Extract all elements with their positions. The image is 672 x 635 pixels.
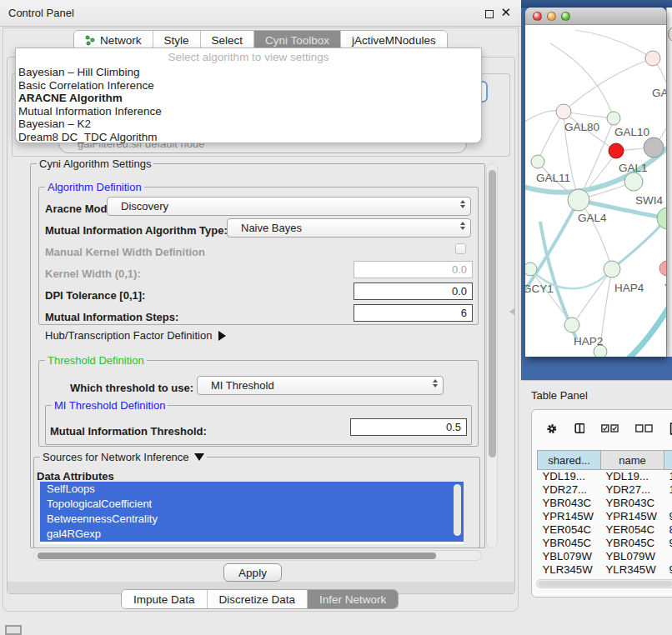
network-edge[interactable] <box>612 218 666 269</box>
gear-icon[interactable] <box>546 422 558 436</box>
manual-kernel-checkbox[interactable] <box>455 243 466 254</box>
tab-discretize-data[interactable]: Discretize Data <box>208 590 308 608</box>
spinner-arrows-icon[interactable] <box>460 200 465 208</box>
table-row[interactable]: YBR043CYBR043C <box>538 497 672 510</box>
attribute-list-item[interactable]: BetweennessCentrality <box>40 512 464 527</box>
table-row[interactable]: YPR145WYPR145W9. <box>538 510 672 523</box>
table-cell[interactable]: YBL079W <box>601 550 664 563</box>
spinner-arrows-icon[interactable] <box>460 222 465 230</box>
spinner-arrows-icon[interactable] <box>433 379 438 388</box>
table-cell[interactable]: 12 <box>664 483 672 497</box>
mac-minimize-button[interactable] <box>547 12 556 21</box>
table-cell[interactable]: YER054C <box>601 523 664 537</box>
collapsed-panel-icon[interactable] <box>5 625 22 635</box>
network-node[interactable] <box>568 189 589 211</box>
algorithm-option[interactable]: Dream8 DC_TDC Algorithm <box>16 131 481 144</box>
network-node[interactable] <box>644 138 664 158</box>
network-node[interactable] <box>624 172 643 191</box>
unchecked-pair-icon[interactable] <box>635 423 653 433</box>
table-cell[interactable]: 9. <box>664 537 672 550</box>
table-cell[interactable]: YDR27... <box>601 483 664 497</box>
table-cell[interactable]: YBR045C <box>538 537 601 550</box>
scrollbar-thumb[interactable] <box>539 581 672 587</box>
column-header-shared[interactable]: shared... <box>538 451 601 470</box>
table-cell[interactable]: YBR043C <box>538 497 601 510</box>
table-horizontal-scrollbar[interactable] <box>536 579 672 588</box>
close-icon[interactable]: ✕ <box>500 5 511 20</box>
table-cell[interactable]: YBL079W <box>538 550 601 563</box>
mi-type-combo[interactable]: Naive Bayes <box>227 218 471 238</box>
table-cell[interactable]: 13 <box>664 470 672 483</box>
table-cell[interactable]: YBR043C <box>601 497 664 510</box>
table-cell[interactable]: YDL19... <box>538 470 601 483</box>
table-cell[interactable]: YLR345W <box>601 563 664 576</box>
table-row[interactable]: YDR27...YDR27...12 <box>538 483 672 497</box>
column-header-A[interactable]: A <box>664 451 672 470</box>
table-cell[interactable]: YLR345W <box>538 563 601 576</box>
mi-steps-field[interactable]: 6 <box>354 304 473 322</box>
split-pane-arrow-icon[interactable] <box>509 308 514 315</box>
network-node[interactable] <box>525 262 537 276</box>
table-cell[interactable]: YBR045C <box>601 537 664 550</box>
table-cell[interactable]: 9. <box>664 510 672 523</box>
hub-definition-expander[interactable]: Hub/Transcription Factor Definition <box>45 329 226 342</box>
network-edge[interactable] <box>575 30 653 58</box>
mac-close-button[interactable] <box>533 12 542 21</box>
network-edge[interactable] <box>538 112 564 162</box>
table-cell[interactable]: YPR145W <box>601 510 664 523</box>
float-window-icon[interactable] <box>485 10 494 18</box>
scrollbar-thumb[interactable] <box>38 552 436 559</box>
mac-zoom-button[interactable] <box>561 12 570 21</box>
network-node[interactable] <box>604 261 620 278</box>
table-cell[interactable]: YDR27... <box>538 483 601 497</box>
tab-infer-network[interactable]: Infer Network <box>308 590 398 608</box>
expand-right-icon[interactable] <box>218 331 226 341</box>
column-header-name[interactable]: name <box>601 451 664 470</box>
network-edge[interactable] <box>629 290 666 357</box>
table-cell[interactable]: 9. <box>664 563 672 576</box>
mi-threshold-field[interactable]: 0.5 <box>350 418 467 436</box>
table-row[interactable]: YBR045CYBR045C9. <box>538 537 672 550</box>
network-node[interactable] <box>607 112 620 125</box>
table-row[interactable]: YDL19...YDL19...13 <box>538 470 672 483</box>
network-node[interactable] <box>609 143 624 158</box>
attribute-list-item[interactable]: SelfLoops <box>40 482 464 497</box>
network-node[interactable] <box>564 318 579 332</box>
checked-pair-icon[interactable] <box>601 423 619 433</box>
table-row[interactable]: YBL079WYBL079W <box>538 550 672 563</box>
dpi-tolerance-field[interactable]: 0.0 <box>354 282 473 300</box>
table-cell[interactable]: 8. <box>664 523 672 537</box>
tab-impute-data[interactable]: Impute Data <box>122 590 208 608</box>
network-edge[interactable] <box>574 269 612 323</box>
which-threshold-combo[interactable]: MI Threshold <box>197 376 444 395</box>
network-node[interactable] <box>531 155 544 168</box>
network-node[interactable] <box>659 261 666 276</box>
network-node[interactable] <box>645 51 660 66</box>
algorithm-option[interactable]: Basic Correlation Inference <box>16 79 481 92</box>
algorithm-option[interactable]: Mutual Information Inference <box>16 105 481 118</box>
table-row[interactable]: YLR345WYLR345W9. <box>538 563 672 576</box>
network-canvas[interactable]: GAL80GAL10GAL1GAL11SWI4GAL4GCY1HAP4YHAP2… <box>525 25 666 357</box>
algorithm-option[interactable]: Bayesian – K2 <box>16 118 481 131</box>
algorithm-option[interactable]: Bayesian – Hill Climbing <box>16 66 481 79</box>
list-scrollbar[interactable] <box>454 484 461 536</box>
table-row[interactable]: YER054CYER054C8. <box>538 523 672 537</box>
attribute-list-item[interactable]: TopologicalCoefficient <box>40 497 464 512</box>
apply-button[interactable]: Apply <box>223 563 282 582</box>
network-node[interactable] <box>657 208 666 229</box>
table-cell[interactable] <box>664 497 672 510</box>
table-cell[interactable]: YER054C <box>538 523 601 537</box>
aracne-mode-combo[interactable]: Discovery <box>107 197 471 216</box>
settings-horizontal-scrollbar[interactable] <box>33 550 482 561</box>
settings-vertical-scrollbar[interactable] <box>486 163 498 548</box>
network-node[interactable] <box>556 104 571 119</box>
network-view-window[interactable]: GAL80GAL10GAL1GAL11SWI4GAL4GCY1HAP4YHAP2… <box>525 8 666 357</box>
algorithm-option[interactable]: ARACNE Algorithm <box>16 92 481 105</box>
table-cell[interactable]: YDL19... <box>601 470 664 483</box>
network-window-titlebar[interactable] <box>525 8 666 25</box>
network-edge[interactable] <box>530 269 570 322</box>
scrollbar-thumb[interactable] <box>489 170 496 458</box>
table-cell[interactable]: YPR145W <box>538 510 601 523</box>
attribute-list-item[interactable]: gal4RGexp <box>40 527 464 542</box>
table-cell[interactable] <box>664 550 672 563</box>
